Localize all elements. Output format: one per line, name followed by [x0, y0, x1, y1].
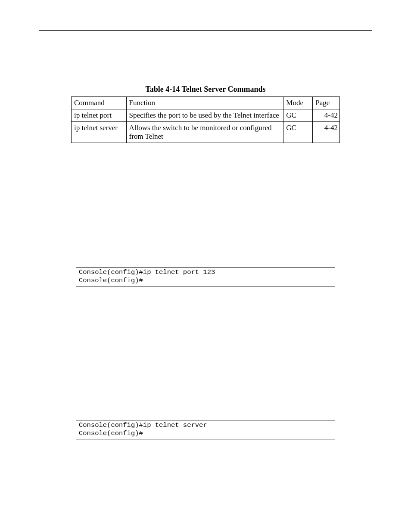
cell-function: Allows the switch to be monitored or con…: [126, 122, 283, 143]
cell-page: 4-42: [313, 109, 340, 122]
cell-mode: GC: [283, 109, 313, 122]
header-rule: [39, 30, 372, 31]
table-header-page: Page: [313, 97, 340, 109]
table-header-function: Function: [126, 97, 283, 109]
table-wrapper: Command Function Mode Page ip telnet por…: [39, 96, 372, 143]
table-header-command: Command: [72, 97, 127, 109]
document-page: Table 4-14 Telnet Server Commands Comman…: [0, 30, 411, 439]
cell-function: Specifies the port to be used by the Tel…: [126, 109, 283, 122]
table-row: ip telnet port Specifies the port to be …: [72, 109, 340, 122]
table-header-mode: Mode: [283, 97, 313, 109]
cell-command: ip telnet port: [72, 109, 127, 122]
console-example-1: Console(config)#ip telnet port 123 Conso…: [76, 267, 335, 286]
table-caption: Table 4-14 Telnet Server Commands: [39, 85, 372, 94]
table-row: ip telnet server Allows the switch to be…: [72, 122, 340, 143]
commands-table: Command Function Mode Page ip telnet por…: [71, 96, 340, 143]
cell-command: ip telnet server: [72, 122, 127, 143]
cell-mode: GC: [283, 122, 313, 143]
cell-page: 4-42: [313, 122, 340, 143]
console-example-2: Console(config)#ip telnet server Console…: [76, 420, 335, 439]
